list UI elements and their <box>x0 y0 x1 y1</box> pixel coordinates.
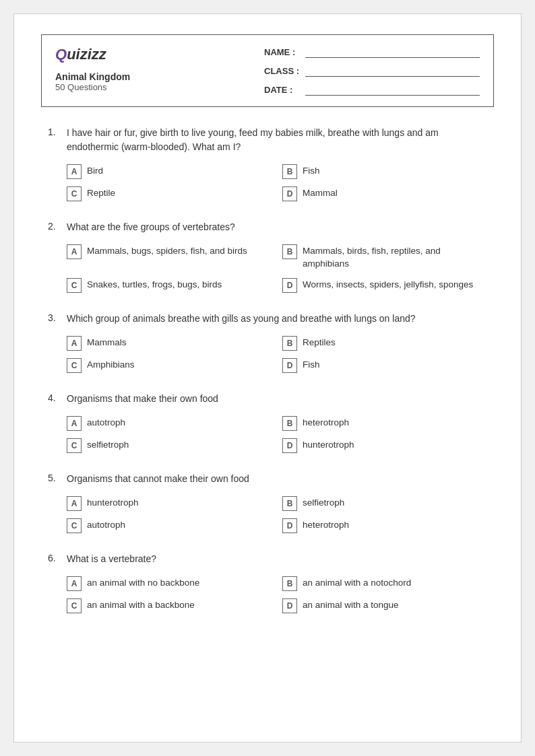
option-text: Mammals, birds, fish, reptiles, and amph… <box>303 244 487 271</box>
option[interactable]: Aan animal with no backbone <box>67 576 272 591</box>
option-letter: C <box>67 518 82 533</box>
option-text: Mammal <box>303 186 338 200</box>
option[interactable]: Can animal with a backbone <box>67 598 272 613</box>
question-block: 6.What is a vertebrate?Aan animal with n… <box>48 552 487 613</box>
question-number: 5. <box>48 472 67 483</box>
option[interactable]: AMammals <box>67 335 272 351</box>
question-text: What is a vertebrate? <box>67 552 156 566</box>
page: Q uizizz Animal Kingdom 50 Questions NAM… <box>13 13 522 743</box>
option[interactable]: Cselfietroph <box>67 438 272 453</box>
logo: Q uizizz <box>55 46 264 63</box>
option-text: Fish <box>303 357 320 372</box>
options-grid: Aan animal with no backboneBan animal wi… <box>48 576 487 613</box>
option-letter: C <box>67 598 82 613</box>
class-line <box>305 65 480 77</box>
option-text: Snakes, turtles, frogs, bugs, birds <box>87 277 222 291</box>
options-grid: AautotrophBheterotrophCselfietrophDhunte… <box>48 415 487 453</box>
option-letter: D <box>282 518 297 533</box>
option-text: Reptile <box>87 186 115 200</box>
option[interactable]: ABird <box>67 164 272 179</box>
question-header: 2.What are the five groups of vertebrate… <box>48 220 487 234</box>
option[interactable]: CReptile <box>67 186 272 201</box>
options-grid: AhunterotrophBselfietrophCautotrophDhete… <box>48 495 487 533</box>
question-header: 1.I have hair or fur, give birth to live… <box>48 126 487 154</box>
option[interactable]: Ahunterotroph <box>67 495 272 511</box>
option-letter: A <box>67 336 82 351</box>
class-field-row: CLASS : <box>264 65 480 77</box>
option[interactable]: DFish <box>282 357 487 373</box>
option-letter: D <box>282 438 297 453</box>
question-header: 4.Organisms that make their own food <box>48 392 487 406</box>
header: Q uizizz Animal Kingdom 50 Questions NAM… <box>41 34 494 107</box>
option-letter: B <box>282 164 297 179</box>
date-label: DATE : <box>264 85 301 95</box>
option-text: autotroph <box>87 415 125 429</box>
option[interactable]: Bheterotroph <box>282 415 487 431</box>
option[interactable]: Dhunterotroph <box>282 438 487 453</box>
option-letter: B <box>282 416 297 431</box>
question-block: 2.What are the five groups of vertebrate… <box>48 220 487 293</box>
name-line <box>305 46 480 58</box>
option[interactable]: Aautotroph <box>67 415 272 431</box>
option[interactable]: BMammals, birds, fish, reptiles, and amp… <box>282 244 487 271</box>
question-text: Which group of animals breathe with gill… <box>67 312 416 326</box>
option-text: selfietroph <box>87 438 129 452</box>
class-label: CLASS : <box>264 66 301 76</box>
options-grid: AMammals, bugs, spiders, fish, and birds… <box>48 244 487 293</box>
options-grid: AMammalsBReptilesCAmphibiansDFish <box>48 335 487 373</box>
option-text: an animal with a notochord <box>303 576 411 590</box>
option[interactable]: CAmphibians <box>67 357 272 373</box>
option-letter: D <box>282 358 297 373</box>
name-label: NAME : <box>264 47 301 57</box>
option-text: hunterotroph <box>303 438 354 452</box>
option-letter: D <box>282 186 297 201</box>
option-letter: D <box>282 278 297 293</box>
option[interactable]: BReptiles <box>282 335 487 351</box>
quiz-subtitle: 50 Questions <box>55 82 264 92</box>
option-letter: A <box>67 244 82 259</box>
question-number: 3. <box>48 312 67 323</box>
logo-q: Q <box>55 46 67 63</box>
question-number: 6. <box>48 552 67 563</box>
option-letter: A <box>67 576 82 591</box>
option[interactable]: CSnakes, turtles, frogs, bugs, birds <box>67 277 272 293</box>
option-letter: A <box>67 496 82 511</box>
option[interactable]: Dan animal with a tongue <box>282 598 487 613</box>
option-text: heterotroph <box>303 415 349 429</box>
option-text: an animal with a backbone <box>87 598 195 612</box>
name-field-row: NAME : <box>264 46 480 58</box>
option[interactable]: Ban animal with a notochord <box>282 576 487 591</box>
header-fields: NAME : CLASS : DATE : <box>264 46 480 96</box>
option[interactable]: Dheterotroph <box>282 518 487 533</box>
option[interactable]: DMammal <box>282 186 487 201</box>
option[interactable]: Cautotroph <box>67 518 272 533</box>
question-number: 2. <box>48 220 67 232</box>
option-letter: B <box>282 336 297 351</box>
header-left: Q uizizz Animal Kingdom 50 Questions <box>55 46 264 92</box>
question-block: 5.Organisms that cannot make their own f… <box>48 472 487 533</box>
option-letter: B <box>282 496 297 511</box>
question-header: 3.Which group of animals breathe with gi… <box>48 312 487 326</box>
question-block: 4.Organisms that make their own foodAaut… <box>48 392 487 453</box>
option-letter: C <box>67 358 82 373</box>
option-text: Amphibians <box>87 357 135 372</box>
option-letter: C <box>67 186 82 201</box>
question-text: What are the five groups of vertebrates? <box>67 220 235 234</box>
option-letter: A <box>67 416 82 431</box>
option[interactable]: BFish <box>282 164 487 179</box>
logo-rest: uizizz <box>67 46 106 63</box>
option-letter: D <box>282 598 297 613</box>
date-line <box>305 83 480 96</box>
option[interactable]: Bselfietroph <box>282 495 487 511</box>
option-text: Reptiles <box>303 335 336 349</box>
option[interactable]: DWorms, insects, spiders, jellyfish, spo… <box>282 277 487 293</box>
option-text: Mammals, bugs, spiders, fish, and birds <box>87 244 247 258</box>
question-number: 1. <box>48 126 67 137</box>
option-text: Worms, insects, spiders, jellyfish, spon… <box>303 277 473 291</box>
option-letter: B <box>282 244 297 259</box>
option-letter: A <box>67 164 82 179</box>
option-text: autotroph <box>87 518 125 532</box>
date-field-row: DATE : <box>264 83 480 96</box>
option[interactable]: AMammals, bugs, spiders, fish, and birds <box>67 244 272 271</box>
option-letter: C <box>67 438 82 453</box>
